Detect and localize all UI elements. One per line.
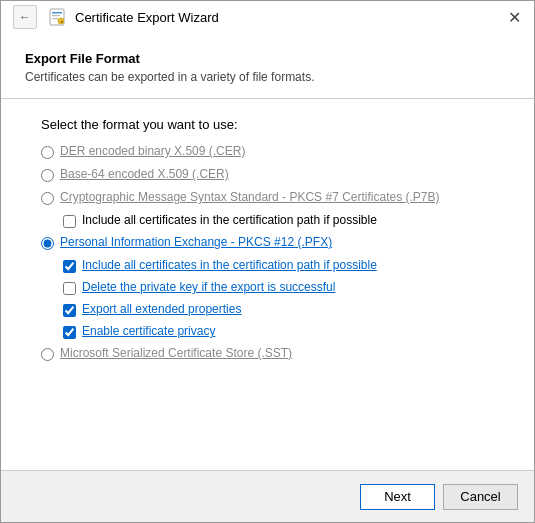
checkbox-label-cert-privacy[interactable]: Enable certificate privacy <box>82 324 215 338</box>
svg-rect-3 <box>52 18 58 19</box>
dialog-title: Certificate Export Wizard <box>75 10 219 25</box>
radio-label-der[interactable]: DER encoded binary X.509 (.CER) <box>60 144 245 158</box>
radio-base64[interactable] <box>41 169 54 182</box>
select-label: Select the format you want to use: <box>41 117 494 132</box>
checkbox-include-certs-3[interactable] <box>63 215 76 228</box>
checkbox-row-3-1: Include all certificates in the certific… <box>63 213 494 228</box>
checkbox-export-props[interactable] <box>63 304 76 317</box>
radio-sst[interactable] <box>41 348 54 361</box>
option-row-1: DER encoded binary X.509 (.CER) <box>41 144 494 159</box>
radio-label-sst[interactable]: Microsoft Serialized Certificate Store (… <box>60 346 292 360</box>
dialog: ← ★ Certificate Export Wizard ✕ Export F… <box>0 0 535 523</box>
footer: Next Cancel <box>1 470 534 522</box>
checkbox-row-4-3: Export all extended properties <box>63 302 494 317</box>
back-button[interactable]: ← <box>13 5 37 29</box>
svg-text:★: ★ <box>60 19 64 24</box>
option-group-3: Cryptographic Message Syntax Standard - … <box>41 190 494 228</box>
option-row-5: Microsoft Serialized Certificate Store (… <box>41 346 494 361</box>
title-bar-left: ← ★ Certificate Export Wizard <box>13 5 219 29</box>
option-row-2: Base-64 encoded X.509 (.CER) <box>41 167 494 182</box>
cancel-button[interactable]: Cancel <box>443 484 518 510</box>
wizard-icon: ★ <box>47 7 67 27</box>
checkbox-include-certs-4[interactable] <box>63 260 76 273</box>
checkbox-row-4-1: Include all certificates in the certific… <box>63 258 494 273</box>
sub-options-4: Include all certificates in the certific… <box>63 258 494 339</box>
close-button[interactable]: ✕ <box>502 5 526 29</box>
checkbox-row-4-4: Enable certificate privacy <box>63 324 494 339</box>
header-section: Export File Format Certificates can be e… <box>1 33 534 99</box>
radio-pkcs12[interactable] <box>41 237 54 250</box>
checkbox-delete-key[interactable] <box>63 282 76 295</box>
option-group-4: Personal Information Exchange - PKCS #12… <box>41 235 494 339</box>
checkbox-cert-privacy[interactable] <box>63 326 76 339</box>
header-title: Export File Format <box>25 51 510 66</box>
checkbox-label-delete-key[interactable]: Delete the private key if the export is … <box>82 280 335 294</box>
radio-label-pkcs7[interactable]: Cryptographic Message Syntax Standard - … <box>60 190 440 204</box>
option-row-3: Cryptographic Message Syntax Standard - … <box>41 190 494 205</box>
option-row-4: Personal Information Exchange - PKCS #12… <box>41 235 494 250</box>
content-area: Export File Format Certificates can be e… <box>1 33 534 470</box>
radio-der[interactable] <box>41 146 54 159</box>
checkbox-row-4-2: Delete the private key if the export is … <box>63 280 494 295</box>
radio-label-base64[interactable]: Base-64 encoded X.509 (.CER) <box>60 167 229 181</box>
svg-rect-2 <box>52 15 60 16</box>
checkbox-label-include-certs-3[interactable]: Include all certificates in the certific… <box>82 213 377 227</box>
sub-options-3: Include all certificates in the certific… <box>63 213 494 228</box>
radio-label-pkcs12[interactable]: Personal Information Exchange - PKCS #12… <box>60 235 332 249</box>
svg-rect-1 <box>52 12 62 14</box>
title-bar: ← ★ Certificate Export Wizard ✕ <box>1 1 534 33</box>
checkbox-label-include-certs-4[interactable]: Include all certificates in the certific… <box>82 258 377 272</box>
header-description: Certificates can be exported in a variet… <box>25 70 510 84</box>
next-button[interactable]: Next <box>360 484 435 510</box>
checkbox-label-export-props[interactable]: Export all extended properties <box>82 302 241 316</box>
main-section: Select the format you want to use: DER e… <box>1 99 534 470</box>
radio-pkcs7[interactable] <box>41 192 54 205</box>
